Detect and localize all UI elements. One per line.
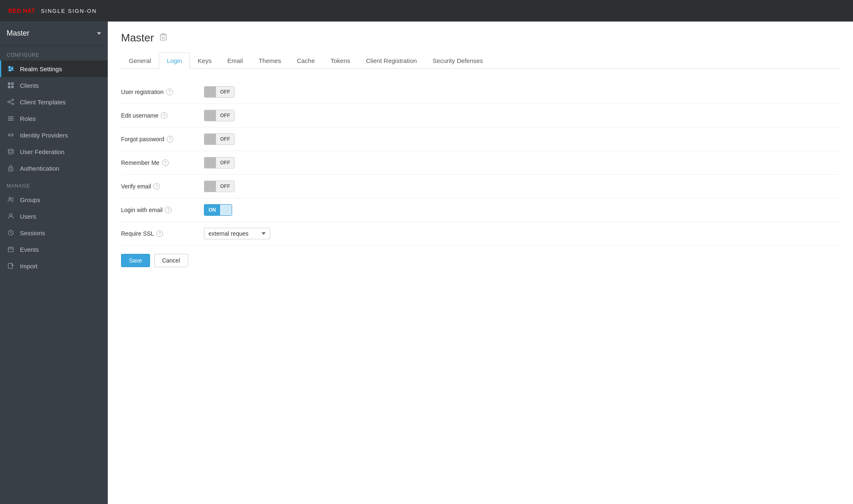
sidebar-item-import[interactable]: Import xyxy=(0,258,108,274)
login-form: User registration ? OFF Edit username ? xyxy=(121,80,840,246)
trash-icon[interactable] xyxy=(160,33,167,43)
logo-red: RED HAT xyxy=(8,7,35,14)
verify-email-help-icon[interactable]: ? xyxy=(153,183,160,190)
svg-rect-32 xyxy=(160,35,166,40)
remember-me-help-icon[interactable]: ? xyxy=(162,159,169,166)
verify-email-toggle[interactable]: OFF xyxy=(204,181,235,192)
forgot-password-help-icon[interactable]: ? xyxy=(167,136,173,142)
logo: RED HAT SINGLE SIGN-ON xyxy=(8,7,97,14)
sidebar-item-events-label: Events xyxy=(20,246,39,253)
toggle-label: OFF xyxy=(216,134,234,145)
user-icon xyxy=(7,212,15,220)
toggle-thumb xyxy=(204,181,216,192)
tab-themes[interactable]: Themes xyxy=(251,53,289,69)
chevron-down-icon xyxy=(97,32,101,35)
require-ssl-select[interactable]: none external reques all requests xyxy=(204,228,270,239)
tab-tokens[interactable]: Tokens xyxy=(323,53,359,69)
svg-point-21 xyxy=(10,169,11,170)
forgot-password-label: Forgot password ? xyxy=(121,136,204,142)
content-area: Master General Login Keys Email Themes C… xyxy=(108,22,853,504)
svg-rect-17 xyxy=(8,120,14,121)
import-icon xyxy=(7,262,15,270)
svg-point-3 xyxy=(9,66,10,68)
action-row: Save Cancel xyxy=(121,246,840,275)
svg-rect-16 xyxy=(8,118,14,119)
verify-email-control: OFF xyxy=(204,181,235,192)
share-icon xyxy=(7,98,15,106)
calendar-icon xyxy=(7,245,15,253)
tab-email[interactable]: Email xyxy=(219,53,251,69)
tab-security-defenses[interactable]: Security Defenses xyxy=(425,53,491,69)
sidebar-item-client-templates[interactable]: Client Templates xyxy=(0,94,108,110)
forgot-password-control: OFF xyxy=(204,133,235,145)
cancel-button[interactable]: Cancel xyxy=(154,254,188,267)
login-with-email-row: Login with email ? ON xyxy=(121,198,840,222)
sidebar-item-users[interactable]: Users xyxy=(0,208,108,224)
sidebar-item-realm-settings-label: Realm Settings xyxy=(20,65,62,72)
edit-username-toggle[interactable]: OFF xyxy=(204,110,235,121)
sidebar-item-import-label: Import xyxy=(20,263,38,270)
toggle-label: OFF xyxy=(216,110,234,121)
svg-rect-9 xyxy=(11,86,14,88)
manage-section-label: Manage xyxy=(0,176,108,191)
toggle-thumb xyxy=(204,87,216,97)
toggle-thumb-on xyxy=(220,205,232,215)
clock-icon xyxy=(7,229,15,237)
forgot-password-row: Forgot password ? OFF xyxy=(121,128,840,151)
forgot-password-toggle[interactable]: OFF xyxy=(204,133,235,145)
edit-username-help-icon[interactable]: ? xyxy=(161,112,167,119)
sidebar-item-clients[interactable]: Clients xyxy=(0,77,108,94)
edit-username-control: OFF xyxy=(204,110,235,121)
topbar: RED HAT SINGLE SIGN-ON xyxy=(0,0,853,22)
realm-name: Master xyxy=(7,29,29,38)
svg-point-10 xyxy=(12,99,14,101)
sidebar-item-realm-settings[interactable]: Realm Settings xyxy=(0,60,108,77)
configure-section-label: Configure xyxy=(0,46,108,60)
login-with-email-help-icon[interactable]: ? xyxy=(165,207,172,213)
sidebar-item-clients-label: Clients xyxy=(20,82,39,89)
sidebar: Master Configure Realm Settings xyxy=(0,22,108,504)
realm-selector[interactable]: Master xyxy=(0,22,108,46)
require-ssl-control: none external reques all requests xyxy=(204,228,270,239)
list-icon xyxy=(7,114,15,123)
sidebar-item-groups[interactable]: Groups xyxy=(0,191,108,208)
sidebar-item-identity-providers-label: Identity Providers xyxy=(20,132,68,139)
svg-point-11 xyxy=(8,101,10,103)
tab-general[interactable]: General xyxy=(121,53,159,69)
svg-point-22 xyxy=(9,198,11,200)
database-icon xyxy=(7,147,15,156)
user-registration-toggle[interactable]: OFF xyxy=(204,86,235,98)
toggle-thumb xyxy=(204,110,216,121)
remember-me-row: Remember Me ? OFF xyxy=(121,151,840,175)
sidebar-item-events[interactable]: Events xyxy=(0,241,108,258)
svg-rect-7 xyxy=(11,82,14,85)
tab-keys[interactable]: Keys xyxy=(190,53,219,69)
user-registration-label: User registration ? xyxy=(121,89,204,95)
sidebar-item-identity-providers[interactable]: Identity Providers xyxy=(0,127,108,143)
login-with-email-control: ON xyxy=(204,204,232,216)
toggle-thumb xyxy=(204,134,216,145)
sidebar-item-roles[interactable]: Roles xyxy=(0,110,108,127)
login-with-email-toggle[interactable]: ON xyxy=(204,204,232,216)
save-button[interactable]: Save xyxy=(121,254,150,267)
svg-rect-6 xyxy=(8,82,10,85)
edit-username-row: Edit username ? OFF xyxy=(121,104,840,128)
sidebar-item-sessions[interactable]: Sessions xyxy=(0,224,108,241)
svg-point-5 xyxy=(9,70,11,71)
verify-email-row: Verify email ? OFF xyxy=(121,175,840,198)
sidebar-item-client-templates-label: Client Templates xyxy=(20,99,66,106)
svg-point-19 xyxy=(8,149,13,151)
tab-client-registration[interactable]: Client Registration xyxy=(358,53,425,69)
require-ssl-help-icon[interactable]: ? xyxy=(156,230,163,237)
svg-line-13 xyxy=(10,100,12,101)
sidebar-item-authentication[interactable]: Authentication xyxy=(0,160,108,176)
sidebar-item-roles-label: Roles xyxy=(20,115,36,122)
user-registration-help-icon[interactable]: ? xyxy=(166,89,173,95)
tab-login[interactable]: Login xyxy=(159,53,190,69)
main-layout: Master Configure Realm Settings xyxy=(0,22,853,504)
sidebar-item-groups-label: Groups xyxy=(20,196,40,203)
remember-me-toggle[interactable]: OFF xyxy=(204,157,235,169)
tabs: General Login Keys Email Themes Cache To… xyxy=(121,53,840,69)
sidebar-item-user-federation[interactable]: User Federation xyxy=(0,143,108,160)
tab-cache[interactable]: Cache xyxy=(289,53,322,69)
